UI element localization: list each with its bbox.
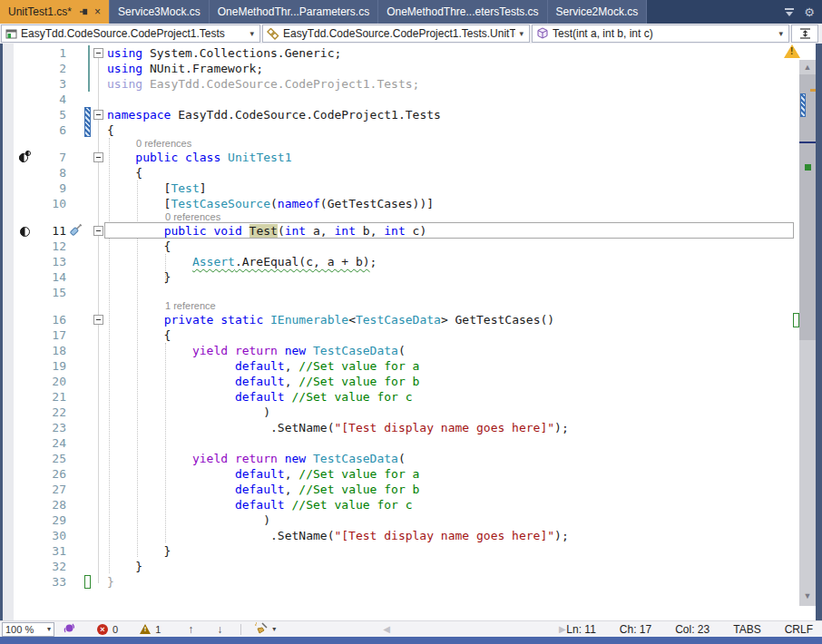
line-number: 6: [0, 122, 66, 138]
errors-count[interactable]: 0: [113, 624, 118, 635]
code-line[interactable]: 10 [TestCaseSource(nameof(GetTestCases))…: [0, 196, 798, 211]
code-line[interactable]: 5namespace EasyTdd.CodeSource.CodeProjec…: [0, 107, 798, 122]
tab-onemethod-parameters[interactable]: OneMethodThr...Parameters.cs: [210, 0, 378, 24]
chevron-down-icon[interactable]: ▾: [246, 29, 258, 38]
window-list-icon[interactable]: [784, 8, 795, 16]
tab-service3mock[interactable]: Service3Mock.cs: [110, 0, 210, 24]
code-line[interactable]: 9 [Test]: [0, 181, 798, 196]
code-line[interactable]: 12 {: [0, 239, 798, 254]
tab-label: OneMethodThr...Parameters.cs: [218, 5, 369, 18]
scroll-up-icon[interactable]: ▲: [799, 63, 816, 72]
project-dropdown[interactable]: EasyTdd.CodeSource.CodeProject1.Tests ▾: [1, 24, 260, 43]
code-line[interactable]: 14 }: [0, 269, 798, 285]
code-line[interactable]: 22 ): [0, 405, 798, 420]
code-line[interactable]: 20 default, //Set value for b: [0, 374, 798, 389]
gear-icon[interactable]: ⚙: [804, 6, 815, 18]
fold-toggle-icon[interactable]: [93, 226, 103, 236]
codelens-indicator[interactable]: 1 reference: [0, 300, 798, 312]
code-text: {: [107, 327, 171, 343]
fold-toggle-icon[interactable]: [93, 152, 103, 162]
code-text: public class UnitTest1: [107, 150, 292, 165]
code-line[interactable]: 15: [0, 285, 798, 300]
code-cleanup-caret-icon[interactable]: ▾: [272, 625, 276, 633]
tab-bar-tools: ⚙: [784, 0, 822, 24]
eol-indicator[interactable]: CRLF: [785, 623, 813, 636]
codelens-indicator[interactable]: 0 references: [0, 138, 798, 150]
code-line[interactable]: 17 {: [0, 327, 798, 343]
code-text: }: [107, 574, 114, 590]
line-number: 3: [0, 76, 66, 92]
line-number: 7: [0, 150, 66, 165]
code-line[interactable]: 31 }: [0, 543, 798, 559]
line-number: 12: [0, 239, 66, 254]
code-text: yield return new TestCaseData(: [107, 343, 406, 358]
close-icon[interactable]: ×: [94, 5, 101, 18]
errors-icon[interactable]: ×: [97, 624, 108, 635]
code-rows[interactable]: 1using System.Collections.Generic;2using…: [0, 45, 798, 590]
chevron-down-icon[interactable]: ▾: [775, 29, 787, 38]
line-number: 27: [0, 482, 66, 497]
tab-unittest1[interactable]: UnitTest1.cs* ×: [0, 0, 110, 24]
pin-icon[interactable]: [79, 7, 88, 16]
fold-toggle-icon[interactable]: [93, 110, 103, 120]
caret-position-group: Ln: 11 Ch: 17 Col: 23 TABS CRLF: [566, 623, 813, 636]
code-line[interactable]: 27 default, //Set value for b: [0, 482, 798, 497]
code-line[interactable]: 33}: [0, 574, 798, 590]
code-text: [Test]: [107, 181, 207, 196]
code-line[interactable]: 24: [0, 435, 798, 451]
code-line[interactable]: 1using System.Collections.Generic;: [0, 45, 798, 61]
codelens-indicator[interactable]: 0 references: [0, 211, 798, 223]
fold-toggle-icon[interactable]: [93, 315, 103, 325]
code-line[interactable]: 32 }: [0, 559, 798, 574]
tab-onemethod-testertests[interactable]: OneMethodThre...etersTests.cs: [378, 0, 547, 24]
hscroll-right-icon[interactable]: ▶: [559, 624, 566, 634]
split-editor-button[interactable]: [791, 24, 818, 43]
code-editor[interactable]: 1using System.Collections.Generic;2using…: [0, 44, 822, 620]
char-indicator[interactable]: Ch: 17: [620, 623, 651, 636]
code-line[interactable]: 30 .SetName("[Test display name goes her…: [0, 528, 798, 543]
code-line[interactable]: 18 yield return new TestCaseData(: [0, 343, 798, 358]
code-line[interactable]: 23 .SetName("[Test display name goes her…: [0, 420, 798, 435]
code-line[interactable]: 11 public void Test(int a, int b, int c): [0, 223, 798, 239]
code-line[interactable]: 26 default, //Set value for a: [0, 466, 798, 482]
intellicode-icon[interactable]: [64, 622, 75, 636]
next-issue-icon[interactable]: ↓: [217, 623, 222, 636]
line-number: 24: [0, 435, 66, 451]
tab-service2mock[interactable]: Service2Mock.cs: [548, 0, 648, 24]
code-line[interactable]: 16 private static IEnumerable<TestCaseDa…: [0, 312, 798, 327]
line-number: 4: [0, 92, 66, 107]
code-cleanup-icon[interactable]: [254, 622, 269, 637]
zoom-dropdown[interactable]: 100 % ▾: [2, 622, 54, 637]
code-text: yield return new TestCaseData(: [107, 451, 406, 466]
warnings-icon[interactable]: [140, 624, 151, 634]
member-dropdown[interactable]: Test(int a, int b, int c) ▾: [532, 24, 789, 43]
tabs-indicator[interactable]: TABS: [733, 623, 760, 636]
warnings-count[interactable]: 1: [155, 624, 161, 635]
prev-issue-icon[interactable]: ↑: [188, 623, 193, 636]
code-text: using EasyTdd.CodeSource.CodeProject1.Te…: [107, 76, 419, 92]
code-line[interactable]: 21 default //Set value for c: [0, 389, 798, 405]
column-indicator[interactable]: Col: 23: [675, 623, 709, 636]
code-line[interactable]: 19 default, //Set value for a: [0, 358, 798, 374]
line-number: 17: [0, 327, 66, 343]
code-line[interactable]: 13 Assert.AreEqual(c, a + b);: [0, 254, 798, 269]
line-indicator[interactable]: Ln: 11: [566, 623, 595, 636]
code-line[interactable]: 2using NUnit.Framework;: [0, 61, 798, 76]
code-line[interactable]: 28 default //Set value for c: [0, 497, 798, 512]
scroll-down-icon[interactable]: ▼: [799, 591, 816, 600]
fold-toggle-icon[interactable]: [93, 48, 103, 58]
line-number: 22: [0, 405, 66, 420]
code-line[interactable]: 25 yield return new TestCaseData(: [0, 451, 798, 466]
code-line[interactable]: 4: [0, 92, 798, 107]
code-line[interactable]: 7 public class UnitTest1: [0, 150, 798, 165]
code-line[interactable]: 8 {: [0, 165, 798, 181]
code-line[interactable]: 6{: [0, 122, 798, 138]
code-line[interactable]: 3using EasyTdd.CodeSource.CodeProject1.T…: [0, 76, 798, 92]
hscroll-left-icon[interactable]: ◀: [383, 624, 390, 634]
type-dropdown[interactable]: EasyTdd.CodeSource.CodeProject1.Tests.Un…: [262, 24, 530, 43]
chevron-down-icon[interactable]: ▾: [515, 29, 527, 38]
document-tab-bar: UnitTest1.cs* × Service3Mock.cs OneMetho…: [0, 0, 822, 24]
tab-label: Service3Mock.cs: [118, 5, 201, 18]
code-line[interactable]: 29 ): [0, 512, 798, 528]
line-number: 11: [0, 223, 66, 239]
